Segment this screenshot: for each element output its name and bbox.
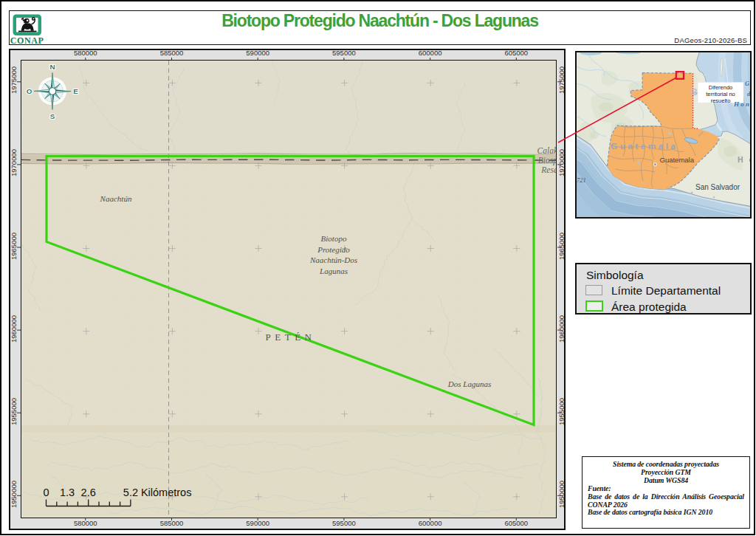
svg-text:PETÉN: PETÉN [266,331,316,343]
svg-text:1.3: 1.3 [60,487,75,498]
svg-text:Calak: Calak [537,146,556,155]
svg-text:Biosp: Biosp [538,156,556,165]
svg-text:721: 721 [577,176,586,184]
svg-text:resuelto: resuelto [711,97,731,104]
svg-text:N: N [49,63,55,71]
svg-text:H o: H o [738,155,750,164]
svg-text:Dos Lagunas: Dos Lagunas [447,379,491,388]
svg-text:Lagunas: Lagunas [319,266,348,275]
svg-text:Kilómetros: Kilómetros [141,487,192,498]
svg-text:Protegido: Protegido [317,244,350,253]
svg-text:Naachtún-Dos: Naachtún-Dos [309,255,357,264]
svg-text:0: 0 [43,487,49,498]
svg-text:d: d [747,90,750,97]
svg-text:Diferendo: Diferendo [709,84,733,91]
svg-text:Biotopo: Biotopo [321,234,347,243]
svg-text:territorial no: territorial no [706,91,735,97]
svg-text:2.6: 2.6 [81,487,96,498]
svg-text:S: S [50,111,55,120]
svg-text:San Salvador: San Salvador [695,183,740,191]
svg-text:Guatemala: Guatemala [660,156,695,164]
svg-text:Naachtún: Naachtún [100,194,132,203]
svg-text:G u a t e m a l a: G u a t e m a l a [611,142,676,151]
svg-text:G u: G u [745,80,750,87]
svg-text:O: O [27,87,32,95]
svg-text:B: B [691,87,698,97]
svg-text:CONAP: CONAP [10,35,44,46]
svg-text:5.2: 5.2 [123,487,138,498]
svg-text:Rese: Rese [540,165,556,174]
svg-text:H o n d: H o n d [733,100,750,108]
svg-text:E: E [73,87,78,95]
